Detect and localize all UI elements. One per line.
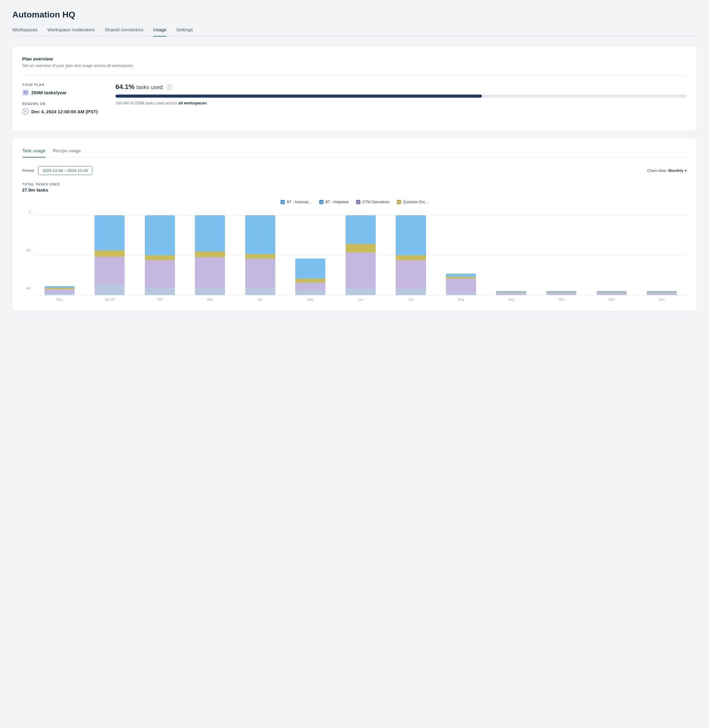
plan-grid: YOUR PLAN 250M tasks/year RENEWS ON ↻ De… <box>22 83 687 121</box>
tab-shared-connectors[interactable]: Shared connectors <box>105 27 143 37</box>
x-label: Jan'24 <box>85 298 135 301</box>
x-label: May <box>286 298 336 301</box>
legend-checkbox <box>319 200 324 204</box>
tab-settings[interactable]: Settings <box>176 27 193 37</box>
bar-segment <box>346 252 376 288</box>
x-label: Feb <box>135 298 185 301</box>
bar-segment <box>195 287 225 295</box>
bar-group <box>636 215 687 295</box>
bar-segment <box>145 215 175 255</box>
bar-segment <box>395 260 426 289</box>
bar-stack <box>597 291 627 295</box>
plan-value: 250M tasks/year <box>31 90 67 95</box>
renew-icon: ↻ <box>22 108 29 115</box>
bar-group <box>235 215 286 295</box>
bar-segment <box>395 255 426 260</box>
tab-usage[interactable]: Usage <box>153 27 166 37</box>
bar-segment <box>95 257 125 285</box>
bar-segment <box>346 215 376 244</box>
x-label: Mar <box>185 298 235 301</box>
progress-bar-bg <box>115 95 687 98</box>
bar-group <box>486 215 537 295</box>
usage-pct: 64.1% tasks used ? <box>115 83 687 91</box>
bar-segment <box>145 255 175 260</box>
bar-segment <box>295 278 325 282</box>
period-button[interactable]: 2023-12-04 – 2024-12-04 <box>38 166 92 175</box>
bar-segment <box>346 288 376 295</box>
x-label: Jun <box>336 298 386 301</box>
chart-area: 4M 2M 0 DecJan'24FebMarAprMayJunJulAugSe… <box>22 211 687 301</box>
legend-checkbox <box>397 200 401 204</box>
legend-item-bt-helpdesk[interactable]: BT - Helpdesk <box>319 200 349 204</box>
legend-item-gtm-ops[interactable]: GTM Operations <box>356 200 390 204</box>
x-label: Jul <box>386 298 436 301</box>
bar-segment <box>95 250 125 257</box>
period-row: Period: 2023-12-04 – 2024-12-04 Chart vi… <box>22 166 687 175</box>
bar-stack <box>195 215 225 295</box>
bar-segment <box>295 282 325 290</box>
bar-group <box>536 215 586 295</box>
help-icon[interactable]: ? <box>167 85 172 90</box>
bar-segment <box>446 278 476 292</box>
bar-stack <box>145 215 175 295</box>
renews-value-row: ↻ Dec 4, 2024 12:00:00 AM (PST) <box>22 108 108 115</box>
bar-segment <box>546 294 576 295</box>
bar-segment <box>195 257 225 288</box>
y-axis: 4M 2M 0 <box>22 211 34 290</box>
bar-segment <box>195 251 225 257</box>
renews-value: Dec 4, 2024 12:00:00 AM (PST) <box>31 109 98 114</box>
usage-detail: 160.4M of 250M tasks used across all wor… <box>115 101 687 105</box>
total-tasks-value: 27.9m tasks <box>22 187 687 193</box>
plan-overview-title: Plan overview <box>22 56 687 61</box>
bars-grid <box>34 215 687 295</box>
bar-segment <box>245 287 275 295</box>
bar-segment <box>346 244 376 252</box>
bar-segment <box>395 289 426 295</box>
bar-segment <box>245 215 275 254</box>
x-label: Aug <box>436 298 486 301</box>
bar-group <box>386 215 436 295</box>
tab-workspaces[interactable]: Workspaces <box>12 27 38 37</box>
renews-on-label: RENEWS ON <box>22 102 108 105</box>
x-label: Dec <box>34 298 85 301</box>
bar-segment <box>245 254 275 259</box>
bar-segment <box>395 215 426 255</box>
legend-item-quantum[interactable]: Quantum Ent… <box>397 200 429 204</box>
page-title: Automation HQ <box>12 10 697 20</box>
x-label: Sep <box>486 298 537 301</box>
bar-segment <box>647 294 677 295</box>
bar-group <box>34 215 85 295</box>
bar-group <box>336 215 386 295</box>
bars-row <box>34 215 687 295</box>
bar-stack <box>496 291 526 295</box>
svg-rect-0 <box>24 91 27 94</box>
bar-group <box>85 215 135 295</box>
bar-stack <box>647 291 677 295</box>
bar-stack <box>295 259 325 295</box>
bar-segment <box>245 259 275 287</box>
bar-segment <box>597 294 627 295</box>
bar-segment <box>45 293 74 295</box>
tab-recipe-usage[interactable]: Recipe usage <box>53 148 81 158</box>
tab-workspace-moderators[interactable]: Workspace moderators <box>47 27 95 37</box>
usage-info: 64.1% tasks used ? 160.4M of 250M tasks … <box>115 83 687 121</box>
x-labels: DecJan'24FebMarAprMayJunJulAugSepOctNovD… <box>34 298 687 301</box>
legend-item-bt-auto[interactable]: BT - Automat… <box>280 200 312 204</box>
chart-view-button[interactable]: Chart view: Monthly ▾ <box>647 168 687 173</box>
bar-segment <box>446 273 476 277</box>
bar-segment <box>496 294 526 295</box>
bar-segment <box>145 287 175 295</box>
tab-task-usage[interactable]: Task usage <box>22 148 45 158</box>
task-usage-card: Task usage Recipe usage Period: 2023-12-… <box>12 138 697 311</box>
bar-segment <box>95 285 125 295</box>
bar-stack <box>245 215 275 295</box>
bar-stack <box>546 291 576 295</box>
chevron-down-icon: ▾ <box>685 168 687 173</box>
chart-legend: BT - Automat… BT - Helpdesk GTM Operatio… <box>22 200 687 204</box>
bar-group <box>586 215 637 295</box>
x-label: Apr <box>235 298 286 301</box>
bars-container: DecJan'24FebMarAprMayJunJulAugSepOctNovD… <box>34 215 687 301</box>
legend-checkbox <box>356 200 360 204</box>
bar-stack <box>95 215 125 295</box>
bar-stack <box>395 215 426 295</box>
